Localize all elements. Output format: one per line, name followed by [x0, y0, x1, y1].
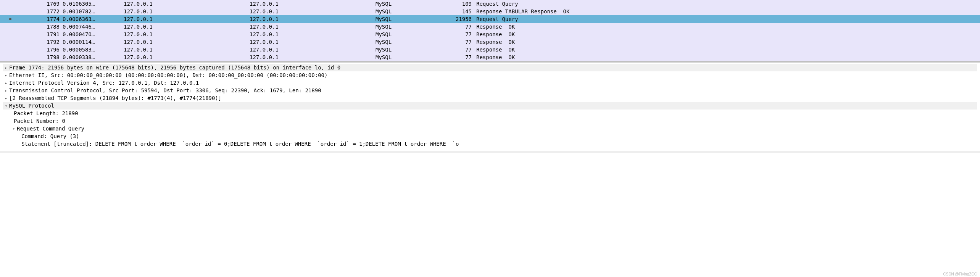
packet-time: 0.0000114…	[63, 39, 124, 45]
packet-destination: 127.0.0.1	[250, 47, 376, 53]
tree-ethernet-label: Ethernet II, Src: 00:00:00_00:00:00 (00:…	[9, 72, 327, 78]
tree-reassembled[interactable]: ▸ [2 Reassembled TCP Segments (21894 byt…	[3, 94, 977, 102]
chevron-right-icon[interactable]: ▸	[3, 89, 9, 93]
packet-destination: 127.0.0.1	[250, 54, 376, 60]
tree-packet-number-label: Packet Number: 0	[14, 118, 65, 124]
packet-time: 0.0006363…	[63, 16, 124, 22]
packet-protocol: MySQL	[376, 47, 437, 53]
tree-statement[interactable]: Statement [truncated]: DELETE FROM t_ord…	[3, 140, 977, 148]
packet-length: 77	[437, 24, 475, 30]
chevron-down-icon[interactable]: ▾	[3, 104, 9, 108]
tree-statement-label: Statement [truncated]: DELETE FROM t_ord…	[21, 141, 459, 147]
tree-command-label: Command: Query (3)	[21, 133, 79, 139]
packet-destination: 127.0.0.1	[250, 8, 376, 14]
packet-protocol: MySQL	[376, 54, 437, 60]
tree-ip[interactable]: ▸ Internet Protocol Version 4, Src: 127.…	[3, 79, 977, 87]
packet-protocol: MySQL	[376, 24, 437, 30]
packet-no: 1792	[13, 39, 63, 45]
chevron-down-icon[interactable]: ▾	[11, 127, 17, 131]
chevron-right-icon[interactable]: ▸	[3, 66, 9, 70]
packet-info: Request Query	[475, 1, 980, 7]
packet-destination: 127.0.0.1	[250, 39, 376, 45]
packet-source: 127.0.0.1	[124, 39, 250, 45]
tree-mysql-protocol[interactable]: ▾ MySQL Protocol	[3, 102, 977, 110]
packet-row[interactable]: 17720.0010782…127.0.0.1127.0.0.1MySQL145…	[0, 8, 980, 15]
tree-command[interactable]: Command: Query (3)	[3, 132, 977, 140]
packet-info: Response OK	[475, 39, 980, 45]
tree-frame-label: Frame 1774: 21956 bytes on wire (175648 …	[9, 64, 340, 71]
tree-reassembled-label: [2 Reassembled TCP Segments (21894 bytes…	[9, 95, 221, 101]
packet-info: Response OK	[475, 31, 980, 37]
packet-row[interactable]: 17690.0106305…127.0.0.1127.0.0.1MySQL109…	[0, 0, 980, 8]
chevron-right-icon[interactable]: ▸	[3, 81, 9, 85]
packet-time: 0.0000470…	[63, 31, 124, 37]
packet-length: 77	[437, 54, 475, 60]
packet-row[interactable]: 17740.0006363…127.0.0.1127.0.0.1MySQL219…	[0, 15, 980, 23]
packet-destination: 127.0.0.1	[250, 16, 376, 22]
tree-packet-number[interactable]: Packet Number: 0	[3, 117, 977, 125]
packet-protocol: MySQL	[376, 31, 437, 37]
packet-source: 127.0.0.1	[124, 24, 250, 30]
tree-packet-length-label: Packet Length: 21890	[14, 110, 78, 116]
packet-destination: 127.0.0.1	[250, 31, 376, 37]
packet-info: Response OK	[475, 24, 980, 30]
packet-length: 77	[437, 31, 475, 37]
packet-no: 1774	[13, 16, 63, 22]
packet-time: 0.0000583…	[63, 47, 124, 53]
packet-source: 127.0.0.1	[124, 31, 250, 37]
packet-source: 127.0.0.1	[124, 8, 250, 14]
tree-tcp[interactable]: ▸ Transmission Control Protocol, Src Por…	[3, 87, 977, 94]
packet-list-pane[interactable]: 17690.0106305…127.0.0.1127.0.0.1MySQL109…	[0, 0, 980, 61]
packet-info: Response OK	[475, 47, 980, 53]
packet-row[interactable]: 17980.0000338…127.0.0.1127.0.0.1MySQL77R…	[0, 53, 980, 61]
packet-length: 21956	[437, 16, 475, 22]
tree-packet-length[interactable]: Packet Length: 21890	[3, 110, 977, 117]
tree-request-command-query[interactable]: ▾ Request Command Query	[3, 125, 977, 132]
packet-protocol: MySQL	[376, 16, 437, 22]
packet-no: 1791	[13, 31, 63, 37]
packet-time: 0.0000338…	[63, 54, 124, 60]
packet-source: 127.0.0.1	[124, 1, 250, 7]
packet-protocol: MySQL	[376, 39, 437, 45]
tree-tcp-label: Transmission Control Protocol, Src Port:…	[9, 87, 321, 93]
packet-length: 145	[437, 8, 475, 14]
packet-source: 127.0.0.1	[124, 16, 250, 22]
packet-row[interactable]: 17920.0000114…127.0.0.1127.0.0.1MySQL77R…	[0, 38, 980, 46]
packet-time: 0.0010782…	[63, 8, 124, 14]
packet-info: Request Query	[475, 16, 980, 22]
tree-ethernet[interactable]: ▸ Ethernet II, Src: 00:00:00_00:00:00 (0…	[3, 71, 977, 79]
packet-info: Response OK	[475, 54, 980, 60]
tree-req-cmd-label: Request Command Query	[17, 126, 84, 132]
packet-protocol: MySQL	[376, 8, 437, 14]
packet-length: 109	[437, 1, 475, 7]
packet-length: 77	[437, 39, 475, 45]
packet-time: 0.0007446…	[63, 24, 124, 30]
packet-no: 1788	[13, 24, 63, 30]
packet-time: 0.0106305…	[63, 1, 124, 7]
chevron-right-icon[interactable]: ▸	[3, 73, 9, 77]
tree-frame[interactable]: ▸ Frame 1774: 21956 bytes on wire (17564…	[3, 64, 977, 71]
packet-no: 1772	[13, 8, 63, 14]
packet-row[interactable]: 17910.0000470…127.0.0.1127.0.0.1MySQL77R…	[0, 31, 980, 38]
packet-info: Response TABULAR Response OK	[475, 8, 980, 14]
packet-details-pane[interactable]: ▸ Frame 1774: 21956 bytes on wire (17564…	[0, 63, 980, 151]
tree-ip-label: Internet Protocol Version 4, Src: 127.0.…	[9, 80, 199, 86]
packet-destination: 127.0.0.1	[250, 24, 376, 30]
packet-no: 1798	[13, 54, 63, 60]
packet-row[interactable]: 17880.0007446…127.0.0.1127.0.0.1MySQL77R…	[0, 23, 980, 31]
packet-destination: 127.0.0.1	[250, 1, 376, 7]
packet-no: 1769	[13, 1, 63, 7]
packet-source: 127.0.0.1	[124, 54, 250, 60]
footer-separator	[0, 151, 980, 153]
marker-icon	[8, 18, 13, 20]
packet-source: 127.0.0.1	[124, 47, 250, 53]
tree-mysql-label: MySQL Protocol	[9, 103, 54, 109]
chevron-right-icon[interactable]: ▸	[3, 96, 9, 100]
packet-length: 77	[437, 47, 475, 53]
packet-no: 1796	[13, 47, 63, 53]
packet-row[interactable]: 17960.0000583…127.0.0.1127.0.0.1MySQL77R…	[0, 46, 980, 53]
packet-protocol: MySQL	[376, 1, 437, 7]
